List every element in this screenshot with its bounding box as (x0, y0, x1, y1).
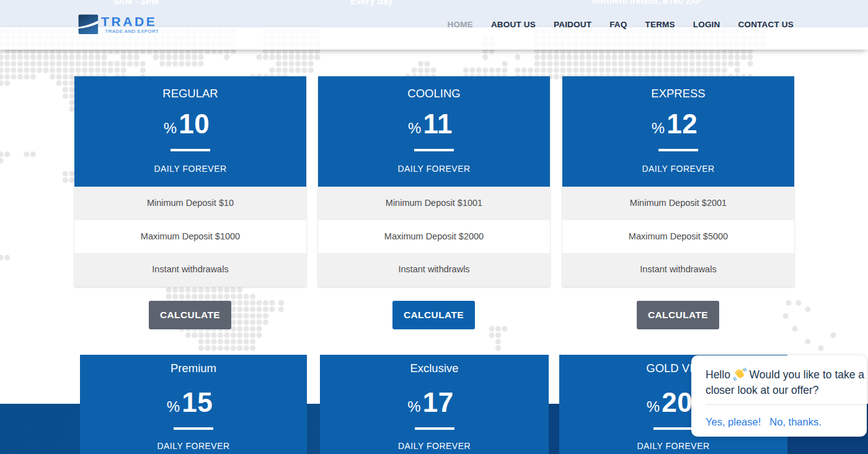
svg-text:TRADE AND EXPORT: TRADE AND EXPORT (105, 29, 159, 34)
svg-text:TRADE: TRADE (101, 14, 157, 29)
